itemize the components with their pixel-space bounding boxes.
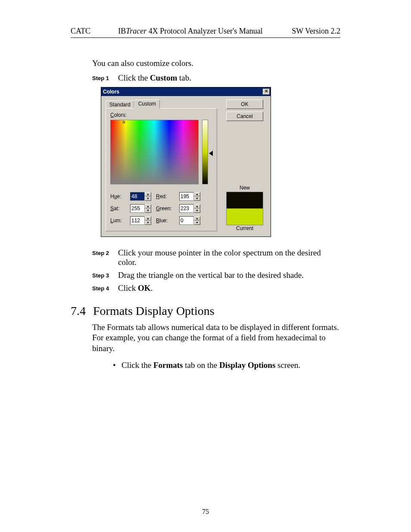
- lum-input[interactable]: [130, 216, 145, 225]
- step-1-text: Click the Custom tab.: [118, 73, 340, 83]
- lum-label: Lum:: [110, 218, 128, 224]
- section-paragraph: The Formats tab allows numerical data to…: [92, 322, 340, 354]
- step-3-label: Step 3: [92, 271, 118, 280]
- step-4-label: Step 4: [92, 283, 118, 293]
- custom-tab-panel: Colors: Hue:: [106, 108, 217, 231]
- step-2: Step 2 Click your mouse pointer in the c…: [92, 248, 340, 267]
- hue-spinner[interactable]: ▲▼: [130, 192, 153, 201]
- header-italic: Tracer: [126, 27, 146, 35]
- current-label: Current: [236, 225, 253, 231]
- hue-input[interactable]: [130, 192, 145, 201]
- step-1-bold: Custom: [150, 73, 177, 82]
- dialog-titlebar[interactable]: Colors ✕: [101, 87, 271, 96]
- red-label: Red:: [156, 193, 177, 199]
- header-left: CATC: [71, 27, 101, 36]
- spectrum-cursor[interactable]: [123, 121, 125, 123]
- sat-input[interactable]: [130, 204, 145, 213]
- sat-spinner[interactable]: ▲▼: [130, 204, 153, 213]
- sat-label: Sat:: [110, 205, 128, 212]
- step-3: Step 3 Drag the triangle on the vertical…: [92, 271, 340, 280]
- step-4-bold: OK: [138, 283, 151, 292]
- color-preview: [226, 192, 263, 225]
- green-label: Green:: [156, 205, 177, 212]
- close-button[interactable]: ✕: [263, 89, 270, 95]
- header-right: SW Version 2.2: [280, 27, 340, 36]
- step-3-text: Drag the triangle on the vertical bar to…: [118, 271, 340, 280]
- page-number: 75: [0, 508, 411, 516]
- red-spinner[interactable]: ▲▼: [179, 192, 202, 201]
- preview-current-swatch: [227, 208, 263, 225]
- section-number: 7.4: [71, 304, 89, 318]
- ok-button[interactable]: OK: [226, 100, 263, 109]
- luminance-bar[interactable]: [202, 120, 208, 184]
- sat-down-icon[interactable]: ▼: [145, 208, 151, 213]
- section-title: Formats Display Options: [93, 304, 215, 318]
- header-center: IBTracer 4X Protocol Analyzer User's Man…: [101, 27, 280, 36]
- bullet-post: screen.: [275, 361, 300, 370]
- section-bullet: • Click the Formats tab on the Display O…: [113, 361, 340, 370]
- bullet-b2: Display Options: [219, 361, 275, 370]
- header-rule: [71, 37, 340, 38]
- step-1-label: Step 1: [92, 73, 118, 83]
- step-1-post: tab.: [177, 73, 191, 82]
- bullet-icon: •: [113, 361, 117, 370]
- green-input[interactable]: [179, 204, 194, 213]
- lum-spinner[interactable]: ▲▼: [130, 216, 153, 225]
- header-prefix: IB: [118, 27, 126, 35]
- colors-dialog: Colors ✕ Standard Custom Colors:: [101, 87, 271, 237]
- bullet-mid: tab on the: [183, 361, 219, 370]
- color-spectrum[interactable]: [110, 120, 199, 184]
- lum-up-icon[interactable]: ▲: [145, 216, 151, 221]
- new-label: New: [240, 185, 250, 191]
- tab-custom[interactable]: Custom: [134, 100, 160, 109]
- blue-up-icon[interactable]: ▲: [194, 216, 200, 221]
- green-spinner[interactable]: ▲▼: [179, 204, 202, 213]
- red-down-icon[interactable]: ▼: [194, 196, 200, 201]
- blue-spinner[interactable]: ▲▼: [179, 216, 202, 225]
- bullet-text: Click the Formats tab on the Display Opt…: [121, 361, 300, 370]
- red-up-icon[interactable]: ▲: [194, 192, 200, 196]
- hue-down-icon[interactable]: ▼: [145, 196, 151, 201]
- page-header: CATC IBTracer 4X Protocol Analyzer User'…: [71, 27, 340, 36]
- step-1-pre: Click the: [118, 73, 150, 82]
- blue-label: Blue:: [156, 218, 177, 224]
- green-up-icon[interactable]: ▲: [194, 204, 200, 208]
- bullet-b1: Formats: [153, 361, 183, 370]
- step-4-text: Click OK.: [118, 283, 340, 293]
- close-icon: ✕: [265, 89, 268, 93]
- step-2-text: Click your mouse pointer in the color sp…: [118, 248, 340, 267]
- hue-label: Hue:: [110, 193, 128, 199]
- step-2-label: Step 2: [92, 248, 118, 267]
- tab-standard[interactable]: Standard: [106, 100, 134, 108]
- luminance-slider-icon[interactable]: [209, 151, 213, 156]
- step-4-post: .: [150, 283, 153, 292]
- step-4: Step 4 Click OK.: [92, 283, 340, 293]
- green-down-icon[interactable]: ▼: [194, 208, 200, 213]
- dialog-title: Colors: [103, 89, 263, 95]
- preview-new-swatch: [227, 192, 263, 208]
- sat-up-icon[interactable]: ▲: [145, 204, 151, 208]
- tab-strip: Standard Custom: [106, 100, 217, 109]
- blue-input[interactable]: [179, 216, 194, 225]
- intro-text: You can also customize colors.: [92, 59, 340, 68]
- step-4-pre: Click: [118, 283, 138, 292]
- colors-label: Colors:: [110, 112, 212, 118]
- lum-down-icon[interactable]: ▼: [145, 221, 151, 225]
- hue-up-icon[interactable]: ▲: [145, 192, 151, 196]
- bullet-pre: Click the: [121, 361, 153, 370]
- section-heading: 7.4 Formats Display Options: [71, 304, 340, 318]
- step-1: Step 1 Click the Custom tab.: [92, 73, 340, 83]
- red-input[interactable]: [179, 192, 194, 201]
- header-suffix: 4X Protocol Analyzer User's Manual: [146, 27, 263, 35]
- cancel-button[interactable]: Cancel: [226, 112, 263, 121]
- blue-down-icon[interactable]: ▼: [194, 221, 200, 225]
